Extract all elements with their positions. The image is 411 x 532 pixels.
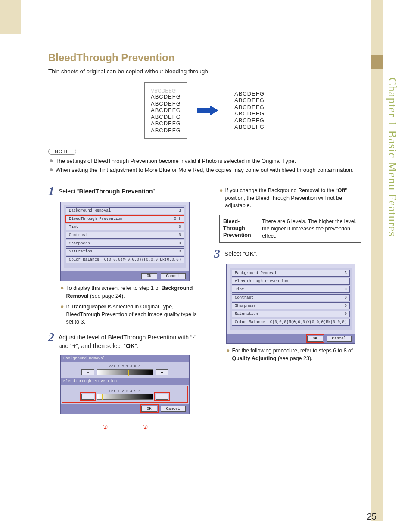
- scale-label: Off 1 2 3 4 5 6: [65, 364, 185, 368]
- step-text: Select “OK”.: [224, 248, 258, 260]
- note-badge: NOTE: [48, 149, 76, 155]
- cancel-button[interactable]: Cancel: [327, 336, 352, 342]
- bullet-icon: ●: [49, 166, 53, 174]
- panel-row[interactable]: Sharpness0: [66, 240, 184, 247]
- right-column: ●If you change the Background Removal to…: [214, 185, 367, 431]
- side-accent: [371, 55, 383, 69]
- cancel-button[interactable]: Cancel: [161, 273, 186, 279]
- step-3: 3 Select “OK”.: [214, 248, 367, 260]
- side-band: [371, 0, 383, 521]
- adjust-panel: Background Removal Off 1 2 3 4 5 6 − + B…: [60, 355, 190, 414]
- step-number: 3: [214, 248, 220, 260]
- bullet-icon: ●: [60, 285, 64, 300]
- adjust-section-bt: BleedThrough Prevention: [61, 378, 189, 385]
- divider: [48, 179, 367, 179]
- top-band: [0, 0, 21, 34]
- settings-panel-1: Background Removal3 BleedThrough Prevent…: [60, 202, 190, 281]
- note-item: When setting the Tint adjustment to More…: [56, 166, 354, 174]
- panel-row[interactable]: BleedThrough Prevention1: [232, 278, 350, 285]
- cancel-button[interactable]: Cancel: [161, 406, 186, 412]
- scale-label: Off 1 2 3 4 5 6: [67, 389, 183, 393]
- panel-row[interactable]: Background Removal3: [66, 207, 184, 214]
- illustration: ABCDEFG ABCDEFG ABCDEFG ABCDEFG ABCDEFG …: [48, 82, 367, 139]
- panel-row[interactable]: Saturation0: [232, 311, 350, 317]
- page-title: BleedThrough Prevention: [48, 52, 367, 64]
- note-list: ●The settings of BleedThrough Prevention…: [48, 157, 367, 175]
- illus-after: ABCDEFG ABCDEFG ABCDEFG ABCDEFG ABCDEFG …: [228, 86, 271, 136]
- arrow-icon: [197, 105, 218, 115]
- callout-1: ①: [102, 423, 108, 431]
- sub-note: For the following procedure, refer to st…: [232, 347, 367, 362]
- info-label: Bleed- Through Prevention: [220, 215, 258, 243]
- step3-notes: ●For the following procedure, refer to s…: [214, 347, 367, 362]
- bullet-icon: ●: [226, 347, 230, 362]
- sub-note: If Tracing Paper is selected in Original…: [66, 303, 201, 326]
- ok-button[interactable]: OK: [141, 273, 157, 279]
- panel-row[interactable]: Sharpness0: [232, 302, 350, 309]
- panel-footer: OK Cancel: [227, 334, 355, 343]
- step-text: Select “BleedThrough Prevention”.: [59, 185, 156, 197]
- right-note: If you change the Background Removal to …: [225, 187, 367, 210]
- left-column: 1 Select “BleedThrough Prevention”. Back…: [48, 185, 201, 431]
- panel-row[interactable]: Contrast0: [232, 294, 350, 301]
- panel-row[interactable]: Tint0: [232, 286, 350, 293]
- step-text: Adjust the level of BleedThrough Prevent…: [59, 331, 201, 351]
- step-number: 2: [48, 331, 54, 351]
- info-table: Bleed- Through Prevention There are 6 le…: [219, 215, 361, 243]
- panel-row-bleedthrough[interactable]: BleedThrough PreventionOff: [66, 215, 184, 222]
- illus-before: ABCDEFG ABCDEFG ABCDEFG ABCDEFG ABCDEFG …: [144, 82, 187, 139]
- panel-row[interactable]: Background Removal3: [232, 270, 350, 277]
- panel-row[interactable]: Color BalanceC(0,0,0)M(0,0,0)Y(0,0,0)Bk(…: [66, 256, 184, 263]
- page-number: 25: [367, 512, 377, 522]
- level-bar[interactable]: [97, 369, 153, 375]
- plus-button[interactable]: +: [156, 369, 168, 375]
- ok-button[interactable]: OK: [141, 406, 157, 412]
- panel-row[interactable]: Contrast0: [66, 232, 184, 239]
- step1-notes: ●To display this screen, refer to step 1…: [48, 285, 201, 326]
- ghost-text: ABCDEFG: [151, 87, 176, 93]
- chapter-label: Chapter 1 Basic Menu Features: [386, 78, 399, 236]
- sub-note: To display this screen, refer to step 1 …: [66, 285, 201, 300]
- minus-button[interactable]: −: [81, 394, 94, 400]
- note-item: The settings of BleedThrough Prevention …: [56, 157, 296, 165]
- panel-footer: OK Cancel: [61, 271, 189, 281]
- bullet-icon: ●: [219, 187, 223, 210]
- panel-row[interactable]: Tint0: [66, 224, 184, 230]
- plus-button[interactable]: +: [156, 394, 168, 400]
- callout-2: ②: [142, 423, 148, 431]
- info-desc: There are 6 levels. The higher the level…: [258, 215, 361, 243]
- step-2: 2 Adjust the level of BleedThrough Preve…: [48, 331, 201, 351]
- bullet-icon: ●: [49, 157, 53, 165]
- minus-button[interactable]: −: [81, 369, 94, 375]
- panel-row[interactable]: Color BalanceC(0,0,0)M(0,0,0)Y(0,0,0)Bk(…: [232, 319, 350, 326]
- level-bar[interactable]: [97, 394, 153, 400]
- intro-text: Thin sheets of original can be copied wi…: [48, 68, 367, 75]
- step-1: 1 Select “BleedThrough Prevention”.: [48, 185, 201, 197]
- ok-button[interactable]: OK: [307, 336, 323, 342]
- adjust-section-bg: Background Removal: [61, 355, 189, 362]
- panel-row[interactable]: Saturation0: [66, 248, 184, 255]
- callout-numbers: ① ②: [60, 417, 190, 431]
- bullet-icon: ●: [60, 303, 64, 326]
- settings-panel-3: Background Removal3 BleedThrough Prevent…: [226, 264, 355, 344]
- step-number: 1: [48, 185, 54, 197]
